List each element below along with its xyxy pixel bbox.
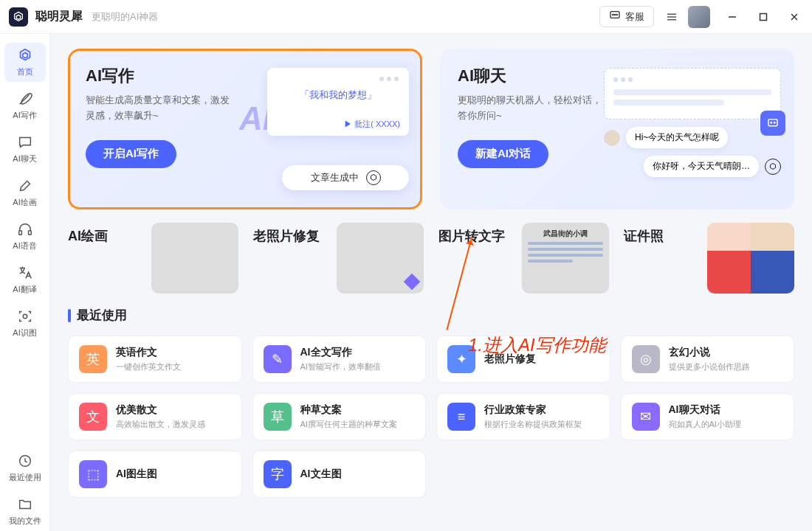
recent-item[interactable]: ✉ AI聊天对话 宛如真人的AI小助理 (621, 393, 795, 440)
recent-grid: 英 英语作文 一键创作英文作文 ✎ AI全文写作 AI智能写作，效率翻倍 ✦ 老… (68, 336, 794, 498)
maximize-button[interactable] (754, 8, 772, 26)
sidebar-item-draw[interactable]: AI绘画 (4, 173, 46, 212)
feature-title: 老照片修复 (253, 227, 320, 245)
sidebar-label: AI绘画 (13, 197, 36, 208)
recent-item[interactable]: 文 优美散文 高效输出散文，激发灵感 (68, 393, 242, 440)
feature-thumb (337, 223, 424, 294)
sidebar-item-voice[interactable]: AI语音 (4, 217, 46, 256)
recent-item[interactable]: ✦ 老照片修复 (436, 336, 610, 383)
recent-item[interactable]: ⬚ AI图生图 (68, 451, 242, 498)
recent-item-title: 优美散文 (116, 403, 205, 417)
hero-card-chat[interactable]: AI聊天 更聪明的聊天机器人，轻松对话，答你所问~ 新建AI对话 Hi~今天的天… (440, 49, 794, 209)
main-content: AI写作 智能生成高质量文章和文案，激发灵感，效率飙升~ 开启AI写作 AI 「… (50, 34, 812, 531)
chat-icon (17, 134, 33, 150)
headphone-icon (17, 221, 33, 237)
clock-icon (17, 453, 33, 469)
feature-card-ocr[interactable]: 图片转文字 武昌街的小调 (438, 223, 609, 294)
recent-item[interactable]: ✎ AI全文写作 AI智能写作，效率翻倍 (252, 336, 427, 383)
feature-card-photo[interactable]: 老照片修复 (253, 223, 424, 294)
chat-bubble-bot: 你好呀，今天天气晴朗… (644, 156, 759, 177)
mock-annotation-label: ▶ 批注( XXXX) (344, 119, 400, 130)
scan-icon (17, 308, 33, 324)
chat-desc: 更聪明的聊天机器人，轻松对话，答你所问~ (458, 93, 605, 124)
minimize-button[interactable] (723, 8, 741, 26)
sidebar-item-home[interactable]: 首页 (4, 43, 46, 82)
sidebar-label: 首页 (17, 66, 33, 77)
translate-icon (17, 265, 33, 281)
svg-rect-8 (760, 13, 767, 20)
app-logo (9, 7, 28, 27)
close-button[interactable] (785, 8, 803, 26)
titlebar: 聪明灵犀 更聪明的AI神器 客服 (0, 0, 812, 34)
recent-item-title: 老照片修复 (484, 353, 536, 366)
folder-icon (17, 496, 33, 513)
recent-item[interactable]: 字 AI文生图 (252, 451, 427, 498)
feature-card-draw[interactable]: AI绘画 (68, 223, 238, 294)
recent-item-title: 种草文案 (300, 403, 397, 417)
recent-item-icon: ✎ (264, 345, 292, 373)
recent-item-title: 玄幻小说 (669, 346, 750, 359)
svg-point-1 (613, 14, 613, 15)
user-avatar[interactable] (688, 6, 710, 28)
chat-bubble-icon (609, 10, 621, 24)
recent-item-icon: ◎ (632, 345, 660, 373)
sidebar-label: AI写作 (13, 110, 36, 121)
feature-title: 图片转文字 (438, 227, 505, 245)
recent-item-icon: ✦ (447, 345, 475, 373)
chat-mockup: Hi~今天的天气怎样呢 你好呀，今天天气晴朗… (604, 68, 781, 177)
recent-item[interactable]: ◎ 玄幻小说 提供更多小说创作思路 (621, 336, 795, 383)
chat-float-icon (760, 111, 785, 136)
sidebar-item-chat[interactable]: AI聊天 (4, 130, 46, 169)
section-title: 最近使用 (77, 307, 127, 324)
recent-item[interactable]: 英 英语作文 一键创作英文作文 (68, 336, 242, 383)
hexagon-icon (366, 170, 381, 185)
svg-rect-11 (18, 231, 21, 235)
sidebar-item-translate[interactable]: AI翻译 (4, 260, 46, 299)
sidebar-label: AI翻译 (13, 284, 36, 295)
recent-item[interactable]: ≡ 行业政策专家 根据行业名称提供政策框架 (436, 393, 610, 440)
recent-item-desc: 一键创作英文作文 (116, 361, 181, 372)
sidebar-item-files[interactable]: 我的文件 (4, 492, 46, 531)
feature-thumb: 武昌街的小调 (522, 223, 609, 294)
sidebar-label: AI聊天 (13, 153, 36, 164)
bot-avatar-icon (765, 159, 781, 175)
sidebar-label: AI识图 (13, 327, 36, 339)
feather-icon (17, 91, 33, 107)
sidebar: 首页 AI写作 AI聊天 AI绘画 AI语音 AI翻译 AI识图 最近使用 我的… (0, 34, 50, 531)
sidebar-item-vision[interactable]: AI识图 (4, 304, 46, 343)
app-name: 聪明灵犀 (35, 9, 83, 24)
sidebar-label: AI语音 (13, 240, 36, 251)
recent-item-title: AI全文写作 (300, 346, 381, 359)
svg-point-3 (616, 14, 617, 15)
feature-title: AI绘画 (68, 227, 108, 245)
recent-item-icon: 英 (79, 345, 107, 373)
recent-item-icon: 文 (79, 403, 107, 431)
hamburger-menu-button[interactable] (661, 7, 682, 27)
writing-desc: 智能生成高质量文章和文案，激发灵感，效率飙升~ (86, 93, 233, 124)
recent-item[interactable]: 草 种草文案 AI撰写任何主题的种草文案 (252, 393, 427, 440)
recent-item-desc: 提供更多小说创作思路 (669, 361, 750, 372)
svg-point-17 (774, 122, 776, 124)
recent-item-desc: 高效输出散文，激发灵感 (116, 419, 205, 430)
recent-item-title: AI聊天对话 (669, 403, 741, 417)
hero-card-writing[interactable]: AI写作 智能生成高质量文章和文案，激发灵感，效率飙升~ 开启AI写作 AI 「… (68, 49, 422, 209)
start-writing-button[interactable]: 开启AI写作 (86, 140, 176, 168)
user-avatar-icon (604, 130, 620, 146)
feature-title: 证件照 (624, 227, 664, 245)
customer-service-label: 客服 (625, 10, 644, 24)
ocr-sample-title: 武昌街的小调 (528, 229, 603, 239)
hexagon-icon (17, 47, 33, 63)
svg-rect-12 (28, 231, 31, 235)
recent-item-icon: ≡ (447, 403, 475, 431)
sidebar-item-writing[interactable]: AI写作 (4, 86, 46, 125)
sidebar-item-recent[interactable]: 最近使用 (4, 448, 46, 487)
app-subtitle: 更聪明的AI神器 (92, 10, 158, 24)
customer-service-button[interactable]: 客服 (599, 6, 654, 27)
new-chat-button[interactable]: 新建AI对话 (458, 140, 548, 168)
recent-item-title: AI图生图 (116, 468, 157, 481)
recent-item-icon: ✉ (632, 403, 660, 431)
recent-item-icon: 草 (264, 403, 292, 431)
writing-mockup: AI 「我和我的梦想」 ▶ 批注( XXXX) 文章生成中 (247, 68, 409, 193)
feature-thumb (151, 223, 238, 294)
feature-card-idphoto[interactable]: 证件照 (624, 223, 794, 294)
